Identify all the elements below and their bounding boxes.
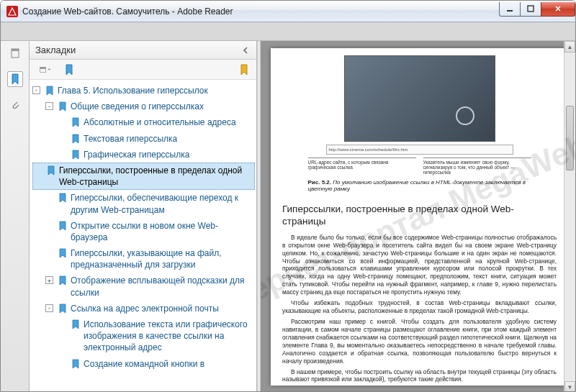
expander-placeholder [58,135,66,142]
figure-image [344,55,495,142]
bookmark-icon [46,165,56,176]
bookmark-icon [58,304,68,314]
bookmark-icon [71,150,81,160]
collapse-panel-icon[interactable] [240,45,251,55]
toolbar-strip [1,22,575,41]
bookmarks-header: Закладки [30,41,256,60]
bookmark-item[interactable]: Гиперссылки, обеспечивающие переход к др… [32,190,255,217]
bookmark-item[interactable]: -Общие сведения о гиперссылках [32,99,255,114]
maximize-button[interactable] [520,2,541,17]
scroll-thumb[interactable] [566,106,574,170]
svg-rect-2 [528,6,534,12]
bookmarks-panel: Закладки -Глава 5. Использование гиперсс… [30,41,257,392]
bookmarks-toolbar [30,60,256,80]
bookmark-item[interactable]: -Ссылка на адрес электронной почты [32,301,255,316]
bookmark-icon [58,248,68,258]
expand-icon[interactable]: + [45,276,53,284]
window-titlebar: Создание Web-сайтов. Самоучитель - Adobe… [1,1,575,22]
bookmark-label: Текстовая гиперссылка [84,133,253,145]
bookmark-icon [58,101,68,111]
bookmark-icon [71,117,81,127]
close-button[interactable] [541,2,575,17]
body-paragraph: Чтобы избежать подобных трудностей, в со… [282,299,557,315]
window-controls [500,2,575,17]
thumbnails-icon[interactable] [7,45,23,61]
body-paragraph: Рассмотрим наш пример с книгой. Чтобы со… [282,318,557,365]
bookmark-label: Использование текста или графического из… [84,319,253,354]
expander-placeholder [45,193,53,201]
svg-rect-4 [12,49,19,51]
expander-placeholder [34,166,42,174]
bookmark-options-icon[interactable] [34,62,57,78]
figure-annotation-right: Указатель мыши изменяет свою форму, сигн… [423,158,531,175]
bookmarks-icon[interactable] [7,71,23,87]
body-paragraph: В идеале было бы только, если бы все сод… [282,234,557,296]
figure-url-bar: http://www.cinema.com/schedule/film.htm [326,145,513,155]
collapse-icon[interactable]: - [45,304,53,312]
bookmark-item[interactable]: Создание командной кнопки в [32,356,255,372]
vertical-scrollbar[interactable]: ▲ ▼ [564,41,575,392]
bookmark-item[interactable]: Графическая гиперссылка [32,147,255,163]
main-area: Закладки -Глава 5. Использование гиперсс… [1,41,575,392]
minimize-button[interactable] [499,2,521,17]
bookmark-item[interactable]: Гиперссылки, построенные в пределах одно… [32,163,255,190]
scroll-down-button[interactable]: ▼ [564,381,575,392]
bookmark-icon [45,86,55,96]
bookmark-label: Создание командной кнопки в [84,358,253,370]
bookmark-icon [58,193,68,203]
bookmark-icon [71,319,81,329]
svg-rect-6 [40,67,46,68]
body-paragraph: В нашем примере, чтобы построить ссылку … [282,368,557,384]
bookmark-label: Гиперссылки, обеспечивающие переход к др… [71,192,253,215]
expander-placeholder [58,320,66,328]
document-view[interactable]: http://www.cinema.com/schedule/film.htm … [261,41,575,392]
bookmark-label: Открытие ссылки в новом окне Web-браузер… [71,220,253,243]
bookmark-icon [58,275,68,286]
bookmark-label: Гиперссылки, построенные в пределах одно… [59,165,253,188]
bookmark-item[interactable]: -Глава 5. Использование гиперссылок [32,83,255,99]
bookmark-label: Графическая гиперссылка [84,149,253,160]
bookmark-label: Глава 5. Использование гиперссылок [58,85,253,96]
bookmark-label: Общие сведения о гиперссылках [71,101,253,112]
bookmark-icon [58,221,68,231]
window-title: Создание Web-сайтов. Самоучитель - Adobe… [22,6,500,17]
bookmark-icon [71,359,81,369]
bookmark-item[interactable]: Открытие ссылки в новом окне Web-браузер… [32,218,255,245]
figure-caption: Рис. 5.2. По умолчанию изображение ссылк… [308,179,531,192]
expander-placeholder [58,360,66,368]
document-page: http://www.cinema.com/schedule/film.htm … [271,48,568,386]
app-icon [6,6,18,17]
expander-placeholder [58,118,66,126]
attachments-icon[interactable] [7,97,23,113]
bookmarks-tree[interactable]: -Глава 5. Использование гиперссылок-Общи… [30,80,256,392]
bookmark-item[interactable]: +Отображение всплывающей подсказки для с… [32,273,255,300]
expander-placeholder [45,222,53,229]
bookmark-item[interactable]: Гиперссылки, указывающие на файл, предна… [32,245,255,273]
expander-placeholder [45,249,53,257]
bookmark-label: Гиперссылки, указывающие на файл, предна… [71,247,253,270]
bookmark-label: Ссылка на адрес электронной почты [71,303,253,314]
bookmarks-title: Закладки [35,45,240,55]
svg-rect-1 [507,10,513,12]
expander-placeholder [58,150,66,158]
bookmark-label: Абсолютные и относительные адреса [84,117,253,128]
scroll-up-button[interactable]: ▲ [564,41,575,53]
collapse-icon[interactable]: - [45,102,53,110]
new-bookmark-icon[interactable] [236,62,252,78]
collapse-icon[interactable]: - [32,86,40,94]
bookmark-icon [71,134,81,144]
nav-gutter [1,41,30,392]
figure-annotation-left: URL-адрес сайта, с которым связана графи… [308,158,416,175]
bookmark-item[interactable]: Использование текста или графического из… [32,316,255,356]
find-bookmark-icon[interactable] [61,62,77,78]
bookmark-item[interactable]: Текстовая гиперссылка [32,131,255,147]
bookmark-item[interactable]: Абсолютные и относительные адреса [32,114,255,130]
page-heading: Гиперссылки, построенные в пределах одно… [282,204,557,228]
bookmark-label: Отображение всплывающей подсказки для сс… [71,275,253,298]
